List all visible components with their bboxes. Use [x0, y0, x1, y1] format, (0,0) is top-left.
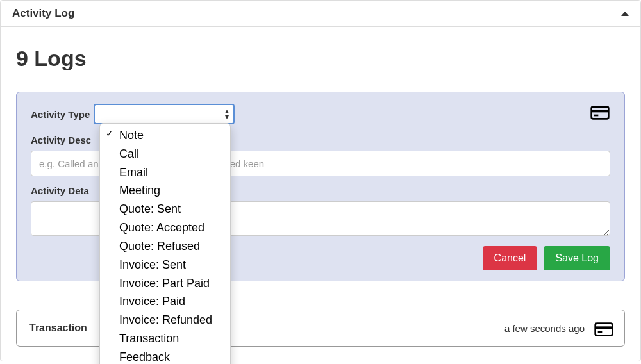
log-entry-title-prefix: Transaction	[29, 322, 87, 333]
credit-card-icon	[590, 103, 610, 126]
select-arrows-icon: ▴▾	[225, 108, 229, 120]
log-entry-meta: a few seconds ago	[504, 319, 612, 337]
dropdown-option[interactable]: Invoice: Refunded	[100, 311, 230, 329]
activity-type-row: Activity Type ▴▾	[31, 103, 610, 126]
svg-rect-0	[592, 107, 609, 119]
dropdown-option[interactable]: Note	[100, 126, 230, 145]
dropdown-option[interactable]: Call	[100, 145, 230, 163]
activity-type-label: Activity Type	[31, 109, 90, 120]
dropdown-option[interactable]: Invoice: Paid	[100, 292, 230, 311]
dropdown-option[interactable]: Quote: Accepted	[100, 219, 230, 237]
cancel-button[interactable]: Cancel	[483, 246, 538, 270]
dropdown-option[interactable]: Meeting	[100, 181, 230, 200]
activity-type-dropdown: NoteCallEmailMeetingQuote: SentQuote: Ac…	[99, 123, 231, 364]
dropdown-option[interactable]: Quote: Refused	[100, 237, 230, 256]
dropdown-option[interactable]: Email	[100, 163, 230, 182]
dropdown-option[interactable]: Transaction	[100, 329, 230, 348]
save-log-button[interactable]: Save Log	[544, 246, 610, 270]
dropdown-option[interactable]: Invoice: Sent	[100, 256, 230, 274]
panel-header[interactable]: Activity Log	[1, 1, 640, 27]
type-field: Activity Type ▴▾	[31, 104, 235, 124]
activity-log-panel: Activity Log 9 Logs Activity Type ▴▾ Act…	[0, 0, 641, 361]
svg-rect-3	[595, 324, 613, 336]
log-entry-time: a few seconds ago	[504, 323, 585, 334]
dropdown-option[interactable]: Quote: Sent	[100, 200, 230, 219]
page-title: 9 Logs	[16, 46, 625, 71]
dropdown-option[interactable]: Feedback	[100, 348, 230, 364]
activity-type-select[interactable]: ▴▾	[94, 104, 235, 124]
dropdown-option[interactable]: Invoice: Part Paid	[100, 274, 230, 293]
panel-body: 9 Logs Activity Type ▴▾ Activity Desc Ac	[1, 27, 640, 361]
credit-card-icon	[594, 319, 612, 337]
panel-title: Activity Log	[12, 7, 74, 20]
caret-up-icon	[621, 12, 629, 16]
